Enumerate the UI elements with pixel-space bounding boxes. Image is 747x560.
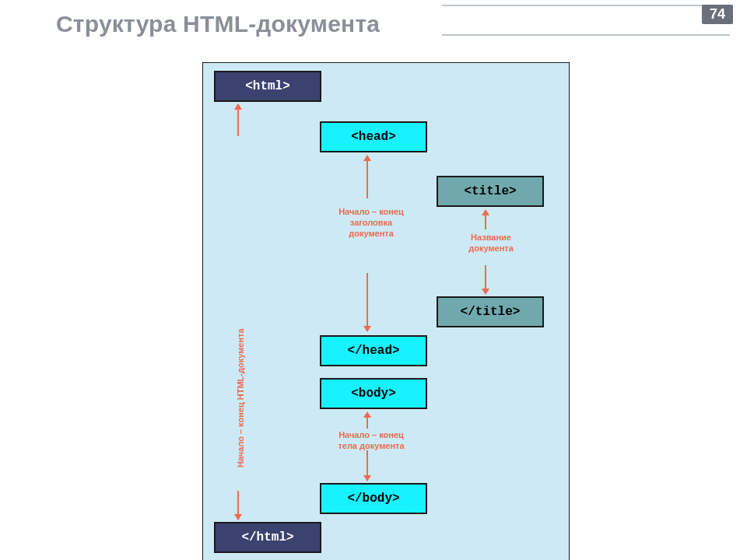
decor-rule xyxy=(442,5,730,6)
decor-rule xyxy=(442,34,730,36)
arrow-title-up xyxy=(485,214,486,229)
tag-body-close: </body> xyxy=(320,483,427,514)
arrow-body-up xyxy=(366,416,368,429)
note-line: Начало – конец xyxy=(324,430,418,441)
note-title: Название документа xyxy=(452,233,530,254)
note-html-doc: Начало – конец HTML-документа xyxy=(236,328,247,467)
tag-head-close: </head> xyxy=(320,335,427,366)
tag-title-close: </title> xyxy=(437,296,544,327)
note-line: Начало – конец xyxy=(324,207,418,218)
tag-head-open: <head> xyxy=(320,121,427,152)
note-line: Название xyxy=(452,233,530,243)
arrow-title-down xyxy=(485,265,486,290)
arrow-head-down xyxy=(366,273,368,327)
tag-html-open: <html> xyxy=(214,71,321,102)
note-line: документа xyxy=(324,229,418,240)
arrow-body-down xyxy=(366,450,368,477)
diagram-canvas: <html> </html> <head> </head> <title> </… xyxy=(202,62,570,560)
page-number: 74 xyxy=(702,5,733,24)
page-title: Структура HTML-документа xyxy=(56,11,380,37)
arrow-html-down xyxy=(237,491,239,516)
tag-title-open: <title> xyxy=(437,176,544,207)
tag-body-open: <body> xyxy=(320,378,427,409)
slide: 74 Структура HTML-документа <html> </htm… xyxy=(0,0,747,560)
arrow-html-up xyxy=(237,108,239,136)
note-line: заголовка xyxy=(324,218,418,229)
note-header: Начало – конец заголовка документа xyxy=(324,207,418,239)
note-line: документа xyxy=(452,243,530,254)
note-body: Начало – конец тела документа xyxy=(324,430,418,452)
arrow-head-up xyxy=(366,159,368,198)
note-line: тела документа xyxy=(324,441,418,452)
tag-html-close: </html> xyxy=(214,522,321,553)
